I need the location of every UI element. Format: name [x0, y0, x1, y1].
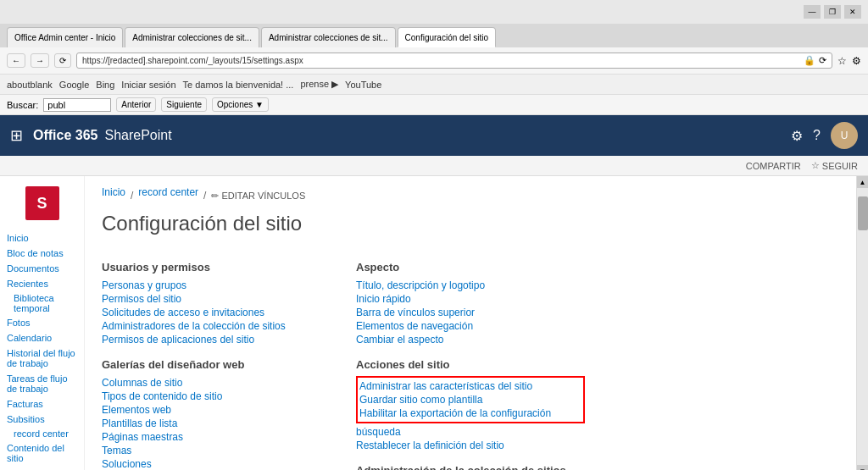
site-logo: S: [25, 186, 59, 220]
link-permisos[interactable]: Permisos del sitio: [102, 292, 331, 306]
refresh-button[interactable]: ⟳: [54, 53, 71, 68]
fav-bing[interactable]: Bing: [96, 80, 114, 90]
scroll-track[interactable]: [857, 188, 868, 465]
link-permisos-app[interactable]: Permisos de aplicaciones del sitio: [102, 333, 331, 346]
browser-chrome: — ❐ ✕ Office Admin center - Inicio Admin…: [0, 0, 868, 115]
app-header: ⊞ Office 365 SharePoint ⚙ ? U: [0, 115, 868, 156]
link-paginas-maestras[interactable]: Páginas maestras: [102, 430, 331, 444]
sidebar-item-fotos[interactable]: Fotos: [7, 315, 77, 330]
link-columnas[interactable]: Columnas de sitio: [102, 376, 331, 390]
grid-icon[interactable]: ⊞: [10, 126, 23, 145]
fav-youtube[interactable]: YouTube: [345, 80, 381, 90]
window-controls: — ❐ ✕: [804, 5, 861, 19]
link-plantillas-lista[interactable]: Plantillas de lista: [102, 417, 331, 430]
forward-button[interactable]: →: [31, 53, 49, 68]
office-365-label: Office 365: [33, 128, 97, 143]
link-elementos-web[interactable]: Elementos web: [102, 403, 331, 417]
sidebar-item-bloc[interactable]: Bloc de notas: [7, 246, 77, 261]
anterior-button[interactable]: Anterior: [116, 97, 156, 112]
fav-bienvenida[interactable]: Te damos la bienvenida! ...: [183, 80, 294, 90]
link-titulo-desc[interactable]: Título, descripción y logotipo: [356, 279, 585, 292]
scroll-up-button[interactable]: ▲: [857, 176, 869, 188]
link-temas[interactable]: Temas: [102, 444, 331, 457]
link-admin-caracteristicas[interactable]: Administrar las características del siti…: [359, 379, 581, 393]
sidebar-item-record[interactable]: record center: [7, 427, 77, 440]
browser-navbar: ← → ⟳ https://[redacted].sharepoint.com/…: [0, 47, 868, 75]
link-solicitudes[interactable]: Solicitudes de acceso e invitaciones: [102, 306, 331, 319]
sidebar-item-calendario[interactable]: Calendario: [7, 330, 77, 346]
restore-button[interactable]: ❐: [824, 5, 841, 19]
sidebar-item-papelera[interactable]: Papelera de reciclaje: [7, 466, 77, 470]
secondary-header: COMPARTIR ☆ SEGUIR: [0, 156, 868, 176]
sidebar-item-contenido[interactable]: Contenido del sitio: [7, 440, 77, 466]
fav-aboutblank[interactable]: aboutblank: [7, 80, 53, 90]
sidebar-item-tareas[interactable]: Tareas de flujo de trabajo: [7, 371, 77, 396]
link-busqueda[interactable]: búsqueda: [356, 425, 585, 439]
link-inicio-rapido[interactable]: Inicio rápido: [356, 292, 585, 306]
lock-icon: 🔒: [804, 55, 815, 66]
sidebar-item-documentos[interactable]: Documentos: [7, 261, 77, 276]
fav-google[interactable]: Google: [59, 80, 89, 90]
scrollbar[interactable]: ▲ ▼: [856, 176, 868, 470]
link-habilitar-exportacion[interactable]: Habilitar la exportación de la configura…: [359, 406, 581, 420]
breadcrumb-record[interactable]: record center: [138, 186, 198, 198]
scroll-down-button[interactable]: ▼: [857, 465, 869, 470]
link-cambiar-aspecto[interactable]: Cambiar el aspecto: [356, 333, 585, 346]
link-restablecer[interactable]: Restablecer la definición del sitio: [356, 439, 585, 452]
breadcrumb: Inicio / record center / ✏ EDITAR VÍNCUL…: [102, 186, 839, 205]
address-bar[interactable]: https://[redacted].sharepoint.com/_layou…: [76, 53, 832, 69]
breadcrumb-edit[interactable]: ✏ EDITAR VÍNCULOS: [211, 191, 305, 202]
tab-3-active[interactable]: Configuración del sitio: [398, 27, 496, 47]
breadcrumb-sep2: /: [203, 190, 206, 202]
compartir-link[interactable]: COMPARTIR: [746, 161, 801, 171]
scroll-thumb[interactable]: [858, 196, 868, 230]
link-tipos-contenido[interactable]: Tipos de contenido de sitio: [102, 390, 331, 403]
section-galerias-title: Galerías del diseñador web: [102, 358, 331, 371]
column-1: Usuarios y permisos Personas y grupos Pe…: [102, 249, 331, 470]
page-title: Configuración del sitio: [102, 212, 839, 235]
sidebar-item-inicio[interactable]: Inicio: [7, 230, 77, 246]
pencil-icon: ✏: [211, 191, 219, 202]
favorites-bar: aboutblank Google Bing Iniciar sesión Te…: [0, 75, 868, 95]
section-admin-coleccion-title: Administración de la colección de sitios: [356, 464, 585, 470]
user-avatar[interactable]: U: [831, 122, 858, 149]
sidebar-item-subsitios[interactable]: Subsitios: [7, 412, 77, 427]
link-soluciones[interactable]: Soluciones: [102, 457, 331, 470]
star-icon[interactable]: ☆: [837, 55, 847, 67]
close-button[interactable]: ✕: [844, 5, 861, 19]
left-sidebar: S Inicio Bloc de notas Documentos Recien…: [0, 176, 85, 470]
browser-titlebar: — ❐ ✕: [0, 0, 868, 24]
seguir-link[interactable]: ☆ SEGUIR: [811, 160, 858, 171]
breadcrumb-inicio[interactable]: Inicio: [102, 186, 125, 198]
gear-icon[interactable]: ⚙: [791, 128, 803, 144]
tab-0[interactable]: Office Admin center - Inicio: [7, 27, 123, 47]
help-icon[interactable]: ?: [813, 128, 821, 143]
link-elementos-nav[interactable]: Elementos de navegación: [356, 319, 585, 333]
tools-icon[interactable]: ⚙: [852, 55, 861, 67]
sidebar-item-recientes[interactable]: Recientes: [7, 276, 77, 291]
siguiente-button[interactable]: Siguiente: [161, 97, 207, 112]
tab-1[interactable]: Administrar colecciones de sit...: [125, 27, 259, 47]
opciones-button[interactable]: Opciones ▼: [212, 97, 269, 112]
sidebar-nav: Inicio Bloc de notas Documentos Reciente…: [0, 230, 84, 470]
content-area: Inicio / record center / ✏ EDITAR VÍNCUL…: [85, 176, 856, 470]
link-personas[interactable]: Personas y grupos: [102, 279, 331, 292]
breadcrumb-sep1: /: [131, 190, 133, 202]
section-acciones-title: Acciones del sitio: [356, 358, 585, 371]
search-label: Buscar:: [7, 100, 38, 110]
link-barra-vinculos[interactable]: Barra de vínculos superior: [356, 306, 585, 319]
fav-prense[interactable]: prense ▶: [300, 79, 338, 90]
back-button[interactable]: ←: [7, 53, 25, 68]
sidebar-item-facturas[interactable]: Facturas: [7, 396, 77, 412]
search-input[interactable]: [43, 98, 111, 112]
sidebar-item-biblioteca[interactable]: Biblioteca temporal: [7, 291, 77, 315]
fav-iniciar[interactable]: Iniciar sesión: [121, 80, 175, 90]
link-guardar-plantilla[interactable]: Guardar sitio como plantilla: [359, 393, 581, 406]
sidebar-item-historial[interactable]: Historial del flujo de trabajo: [7, 346, 77, 371]
link-administradores[interactable]: Administradores de la colección de sitio…: [102, 319, 331, 333]
address-text: https://[redacted].sharepoint.com/_layou…: [82, 56, 800, 65]
star-icon: ☆: [811, 160, 820, 171]
minimize-button[interactable]: —: [804, 5, 821, 19]
tab-2[interactable]: Administrar colecciones de sit...: [261, 27, 396, 47]
sharepoint-label: SharePoint: [104, 128, 171, 143]
